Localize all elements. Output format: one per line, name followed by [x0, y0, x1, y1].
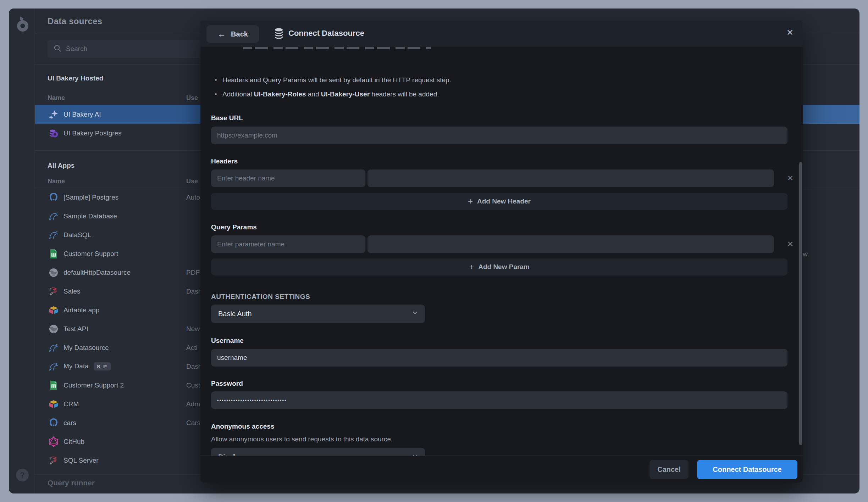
used-in-fragment: Cars — [186, 419, 200, 427]
airtable-icon — [48, 305, 59, 316]
page-title: Data sources — [48, 16, 102, 26]
datasource-name: Customer Support — [63, 250, 118, 258]
back-label: Back — [231, 30, 248, 38]
plus-icon: + — [469, 262, 474, 272]
username-input[interactable]: username — [211, 349, 787, 367]
anonymous-access-description: Allow anonymous users to send requests t… — [211, 435, 393, 443]
used-in-fragment: Dash — [186, 363, 202, 370]
postgres-icon — [48, 417, 59, 429]
section-title: All Apps — [48, 162, 74, 169]
datasource-name: Sample Database — [63, 212, 117, 220]
query-runner-item[interactable]: Query runner — [48, 479, 95, 487]
datasource-name: UI Bakery AI — [63, 111, 101, 118]
clipped-text-line — [243, 47, 431, 49]
sheets-icon — [48, 380, 59, 391]
param-value-input[interactable] — [367, 235, 774, 253]
headers-label: Headers — [211, 157, 238, 165]
used-in-fragment: Dash — [186, 288, 202, 295]
used-in-fragment: Acti — [186, 344, 198, 352]
left-rail: ? — [9, 9, 35, 493]
obscured-text-fragment: w. — [803, 250, 809, 258]
column-header: Use — [186, 178, 198, 185]
base-url-placeholder: https://example.com — [217, 132, 277, 139]
postgres-purple-icon — [48, 128, 59, 139]
username-label: Username — [211, 337, 244, 345]
remove-header-icon[interactable]: ✕ — [785, 169, 796, 187]
datasource-name: GitHub — [63, 438, 84, 446]
datasource-name: My Datasource — [63, 344, 109, 352]
datasource-name: UI Bakery Postgres — [63, 129, 122, 137]
globe-icon — [48, 323, 59, 335]
datasource-name: Test API — [63, 325, 88, 333]
globe-icon — [48, 267, 59, 278]
mysql-icon — [48, 229, 59, 241]
info-bullet-list: Headers and Query Params will be sent by… — [212, 73, 451, 101]
datasource-name: defaultHttpDatasource — [63, 269, 131, 277]
used-in-fragment: Adm — [186, 400, 200, 408]
section-title: UI Bakery Hosted — [48, 74, 103, 82]
remove-param-icon[interactable]: ✕ — [785, 235, 796, 253]
search-icon — [53, 44, 62, 54]
query-params-label: Query Params — [211, 223, 257, 231]
search-placeholder: Search — [66, 45, 87, 53]
back-button[interactable]: ← Back — [206, 25, 259, 43]
sqlserver-icon — [48, 286, 59, 297]
datasource-name: Customer Support 2 — [63, 381, 124, 389]
connect-datasource-button[interactable]: Connect Datasource — [697, 460, 797, 479]
used-in-fragment: New — [186, 325, 200, 333]
datasource-name: cars — [63, 419, 76, 427]
base-url-label: Base URL — [211, 114, 243, 122]
sheets-icon — [48, 248, 59, 260]
add-new-header-button[interactable]: + Add New Header — [211, 193, 787, 210]
modal-scrollbar[interactable] — [799, 162, 802, 445]
datasource-badge: S P — [94, 362, 111, 370]
info-bullet: Additional UI-Bakery-Roles and UI-Bakery… — [212, 87, 451, 101]
mysql-icon — [48, 342, 59, 353]
authentication-settings-label: AUTHENTICATION SETTINGS — [211, 293, 310, 301]
mysql-icon — [48, 211, 59, 222]
sqlserver-icon — [48, 455, 59, 466]
help-button[interactable]: ? — [16, 469, 29, 481]
modal-header: ← Back Connect Datasource ✕ — [200, 21, 803, 47]
header-name-placeholder: Enter header name — [217, 174, 275, 182]
datasource-name: Airtable app — [63, 306, 99, 314]
cancel-button[interactable]: Cancel — [649, 460, 689, 479]
chevron-down-icon — [411, 453, 419, 456]
used-in-fragment: Cust — [186, 381, 200, 389]
used-in-fragment: PDF — [186, 269, 200, 277]
header-name-input[interactable]: Enter header name — [211, 169, 365, 187]
postgres-icon — [48, 192, 59, 203]
screen: ? Data sources Search UI Bakery HostedNa… — [0, 0, 868, 502]
database-stack-icon — [273, 28, 284, 41]
ui-bakery-logo-icon — [15, 16, 30, 35]
datasource-name: DataSQL — [63, 231, 91, 239]
param-name-placeholder: Enter parameter name — [217, 240, 284, 248]
column-header: Use — [186, 94, 198, 102]
column-header: Name — [48, 178, 65, 185]
add-new-param-button[interactable]: + Add New Param — [211, 258, 787, 275]
header-value-input[interactable] — [367, 169, 774, 187]
param-name-input[interactable]: Enter parameter name — [211, 235, 365, 253]
sparkles-icon — [48, 109, 59, 120]
info-bullet: Headers and Query Params will be sent by… — [212, 73, 451, 87]
close-icon[interactable]: ✕ — [786, 28, 794, 37]
mysql-icon — [48, 361, 59, 372]
modal-body: Headers and Query Params will be sent by… — [200, 47, 803, 456]
password-input[interactable]: •••••••••••••••••••••••••••••• — [211, 391, 787, 409]
anonymous-access-label: Anonymous access — [211, 423, 274, 430]
column-header: Name — [48, 94, 65, 102]
anonymous-access-select[interactable]: Disallow — [211, 448, 425, 456]
modal-footer: Cancel Connect Datasource — [200, 456, 803, 483]
datasource-name: My DataS P — [63, 362, 111, 370]
plus-icon: + — [468, 196, 473, 206]
airtable-icon — [48, 398, 59, 410]
datasource-name: [Sample] Postgres — [63, 194, 118, 201]
used-in-fragment: Auto — [186, 194, 200, 201]
auth-type-select[interactable]: Basic Auth — [211, 305, 425, 323]
datasource-name: Sales — [63, 288, 81, 295]
base-url-input[interactable]: https://example.com — [211, 127, 787, 144]
modal-title: Connect Datasource — [288, 29, 364, 38]
connect-datasource-modal: ← Back Connect Datasource ✕ Headers and … — [200, 21, 803, 483]
password-label: Password — [211, 380, 243, 387]
chevron-down-icon — [411, 309, 419, 318]
